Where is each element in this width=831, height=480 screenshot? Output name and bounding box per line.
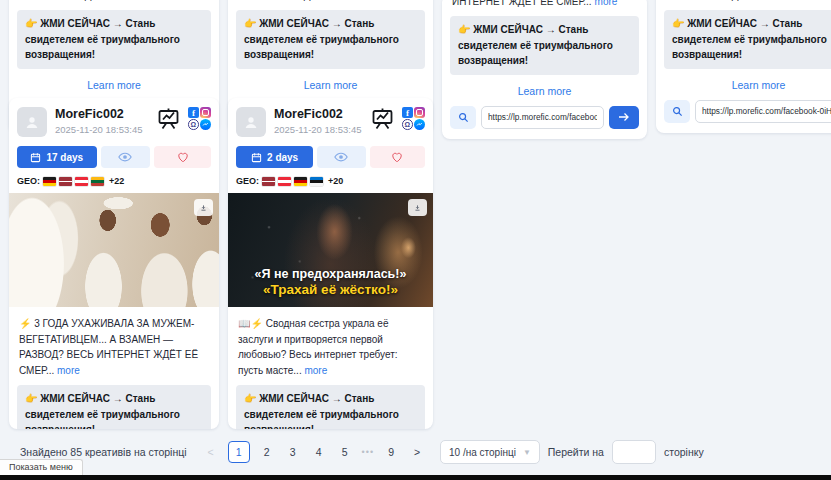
preview-button[interactable]: [317, 146, 365, 168]
favorite-button[interactable]: [154, 146, 211, 168]
flag-at-icon: [278, 177, 291, 186]
geo-flags: [43, 177, 104, 186]
geo-label: GEO:: [17, 176, 40, 186]
favorite-button[interactable]: [370, 146, 426, 168]
page-button-9[interactable]: 9: [382, 442, 400, 462]
url-row: [656, 100, 831, 123]
arrow-right-icon: [618, 112, 630, 122]
jump-page-input[interactable]: [612, 440, 656, 464]
bottom-window-edge: [0, 475, 831, 480]
days-active-button[interactable]: 2 days: [236, 146, 313, 168]
instagram-icon: [200, 107, 211, 118]
geo-row: GEO: +22: [9, 168, 219, 191]
calendar-icon: [30, 152, 41, 163]
presentation-chart-icon[interactable]: [370, 107, 395, 131]
ad-headline: 👉 ЖМИ СЕЙЧАС → Стань свидетелем её триум…: [664, 10, 831, 69]
flag-lt-icon: [91, 177, 104, 186]
creative-image-rain-glass[interactable]: «Я не предохранялась!» «Трахай её жёстко…: [228, 193, 433, 307]
jump-suffix: сторінку: [664, 446, 704, 458]
person-icon: [24, 114, 40, 130]
profile-info: MoreFic002 2025-11-20 18:53:45: [274, 107, 362, 135]
eye-icon: [118, 152, 132, 162]
more-link[interactable]: more: [595, 0, 618, 7]
search-button[interactable]: [450, 106, 476, 129]
chevron-down-icon: ▼: [523, 448, 531, 457]
search-button[interactable]: [664, 100, 690, 123]
landing-url-input[interactable]: [695, 100, 831, 123]
capture-datetime: 2025-11-20 18:53:45: [274, 124, 362, 135]
more-link[interactable]: more: [381, 0, 404, 1]
page-button-2[interactable]: 2: [258, 442, 276, 462]
more-link[interactable]: more: [162, 0, 185, 1]
page-size-select[interactable]: 10 /на сторінці ▼: [440, 440, 540, 464]
more-link[interactable]: more: [57, 365, 80, 376]
profile-info: MoreFic002 2025-11-20 18:53:45: [55, 107, 148, 135]
header-icons: f Ω: [156, 107, 211, 131]
ad-description: 📖⚡ Сводная сестра украла её заслуги и пр…: [228, 307, 433, 378]
placement-icons: f Ω: [188, 107, 211, 130]
open-url-button[interactable]: [609, 106, 639, 129]
learn-more-link[interactable]: Learn more: [228, 79, 433, 91]
avatar: [17, 107, 47, 137]
download-creative-button[interactable]: [408, 199, 427, 216]
geo-flags: [262, 177, 323, 186]
ad-text-clipped: ИНТЕРНЕТ ЖДЁТ ЕЁ СМЕР...more: [228, 0, 433, 3]
page-button-5[interactable]: 5: [336, 442, 354, 462]
pagination-bar: Знайдено 85 креативів на сторінці < 1 2 …: [20, 440, 704, 464]
url-row: [442, 106, 647, 129]
more-link[interactable]: more: [304, 365, 327, 376]
days-active-button[interactable]: 17 days: [17, 146, 97, 168]
geo-more-count[interactable]: +20: [328, 176, 343, 186]
geo-more-count[interactable]: +22: [109, 176, 124, 186]
download-creative-button[interactable]: [194, 199, 213, 216]
search-icon: [672, 106, 683, 117]
search-icon: [458, 112, 469, 123]
ad-headline: 👉 ЖМИ СЕЙЧАС → Стань свидетелем её триум…: [17, 385, 211, 429]
action-buttons: 17 days: [17, 146, 211, 168]
geo-row: GEO: +20: [228, 168, 433, 191]
pagination-ellipsis[interactable]: •••: [362, 447, 374, 457]
facebook-icon: f: [402, 107, 413, 118]
advertiser-name: MoreFic002: [274, 107, 362, 121]
ad-spy-feed-page: ИНТЕРНЕТ ЖДЁТ ЕЁ СМЕР...more 👉 ЖМИ СЕЙЧА…: [0, 0, 831, 480]
calendar-icon: [251, 152, 262, 163]
image-overlay-text: «Я не предохранялась!» «Трахай её жёстко…: [228, 267, 433, 297]
audience-network-icon: Ω: [188, 119, 199, 130]
header-icons: f Ω: [370, 107, 425, 131]
creative-image-wedding[interactable]: [9, 193, 219, 307]
instagram-icon: [414, 107, 425, 118]
ad-headline: 👉 ЖМИ СЕЙЧАС → Стань свидетелем её триум…: [17, 10, 211, 69]
status-tooltip: Показать меню: [0, 459, 83, 475]
heart-icon: [391, 152, 403, 163]
learn-more-link[interactable]: Learn more: [442, 85, 647, 97]
creative-card-1: MoreFic002 2025-11-20 18:53:45 f Ω 17 da…: [9, 98, 219, 429]
more-link[interactable]: more: [809, 0, 831, 1]
landing-url-input[interactable]: [481, 106, 604, 129]
profile-row: MoreFic002 2025-11-20 18:53:45 f Ω: [228, 98, 433, 137]
flag-de-icon: [43, 177, 56, 186]
preview-button[interactable]: [101, 146, 151, 168]
messenger-icon: [200, 119, 211, 130]
ad-headline: 👉 ЖМИ СЕЙЧАС → Стань свидетелем её триум…: [236, 10, 425, 69]
flag-at-icon: [75, 177, 88, 186]
facebook-icon: f: [188, 107, 199, 118]
overlay-line-2: «Трахай её жёстко!»: [228, 282, 433, 297]
page-button-3[interactable]: 3: [284, 442, 302, 462]
presentation-chart-icon[interactable]: [156, 107, 181, 131]
flag-lv-icon: [262, 177, 275, 186]
page-button-4[interactable]: 4: [310, 442, 328, 462]
profile-row: MoreFic002 2025-11-20 18:53:45 f Ω: [9, 98, 219, 137]
ad-text-clipped: ИНТЕРНЕТ ЖДЁТ ЕЁ СМЕР...more: [656, 0, 831, 3]
prev-page-button[interactable]: <: [202, 442, 220, 462]
geo-label: GEO:: [236, 176, 259, 186]
download-icon: [200, 203, 207, 213]
next-page-button[interactable]: >: [408, 442, 426, 462]
flag-de-icon: [294, 177, 307, 186]
ad-headline: 👉 ЖМИ СЕЙЧАС → Стань свидетелем её триум…: [236, 385, 425, 429]
learn-more-link[interactable]: Learn more: [656, 79, 831, 91]
heart-icon: [177, 152, 189, 163]
eye-icon: [334, 152, 348, 162]
learn-more-link[interactable]: Learn more: [9, 79, 219, 91]
ad-text-clipped: ИНТЕРНЕТ ЖДЁТ ЕЁ СМЕР...more: [9, 0, 219, 3]
page-button-1[interactable]: 1: [228, 441, 250, 463]
